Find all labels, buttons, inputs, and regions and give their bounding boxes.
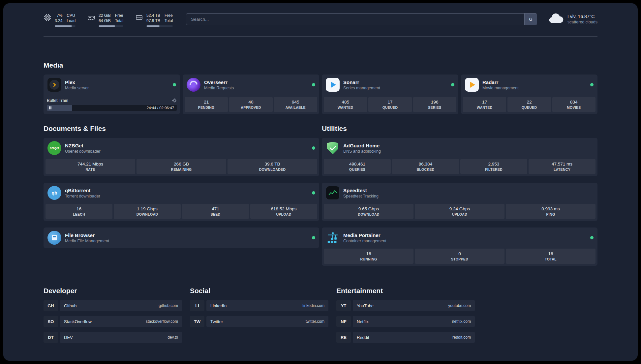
cpu-widget: 7% 3.24 CPU Load [44, 13, 76, 27]
stat-tile: 9.24 Gbps UPLOAD [415, 204, 504, 219]
stat-value: 47.571 ms [552, 162, 572, 167]
stat-value: 9.65 Gbps [358, 206, 379, 211]
plex-icon [47, 78, 61, 92]
bookmark-name: LinkedIn [210, 303, 227, 308]
search-input[interactable] [186, 14, 524, 25]
portainer-crane-icon [326, 231, 340, 245]
service-card-nzbget[interactable]: nzbget NZBGet Usenet downloader 744.21 M… [44, 138, 319, 176]
bookmark-url: reddit.com [452, 335, 471, 340]
status-dot [312, 236, 315, 239]
service-card-speedtest[interactable]: Speedtest Speedtest Tracking 9.65 Gbps D… [322, 183, 597, 221]
player-time: 24:44 / 02:06:47 [147, 106, 174, 110]
stat-tile: 16 LEECH [46, 204, 112, 219]
stat-value: 22 [527, 100, 532, 105]
stat-tile: 17 QUEUED [368, 97, 412, 112]
stat-label: WANTED [477, 106, 492, 109]
status-dot [451, 83, 454, 86]
stat-label: DOWNLOAD [358, 212, 379, 216]
disk-progress-fill [146, 25, 160, 27]
service-card-adguard[interactable]: AdGuard Home DNS and adblocking 498,461 … [322, 138, 597, 176]
bookmark-url: linkedin.com [302, 303, 324, 308]
service-subtitle: Media server [65, 86, 89, 90]
service-name: NZBGet [65, 143, 101, 148]
service-card-qbittorrent[interactable]: qb qBittorrent Torrent downloader 16 LEE… [44, 183, 319, 221]
ram-free-value: 22 GiB [99, 13, 111, 18]
stat-label: FILTERED [485, 167, 503, 171]
service-name: AdGuard Home [343, 143, 381, 148]
stat-label: DOWNLOAD [137, 212, 158, 216]
stat-tile: 618.52 Mbps UPLOAD [250, 204, 317, 219]
ram-progress-track [99, 25, 123, 27]
speedtest-icon [326, 186, 340, 200]
service-card-filebrowser[interactable]: File Browser Media File Management [44, 228, 319, 248]
bookmark-abbr: DT [44, 332, 58, 343]
service-card-overseerr[interactable]: Overseerr Media Requests 21 PENDING 40 A… [183, 75, 319, 114]
cpu-load-value: 3.24 [55, 18, 62, 23]
stat-label: LEECH [73, 212, 85, 216]
stat-label: MOVIES [567, 106, 581, 109]
ram-total-label: Total [115, 18, 123, 23]
bookmark-url: stackoverflow.com [146, 319, 178, 324]
service-card-plex[interactable]: Plex Media server Bullet Train [44, 75, 180, 114]
adguard-shield-icon [326, 141, 340, 155]
bookmark-youtube[interactable]: YT YouTube youtube.com [336, 300, 475, 311]
stat-tile: 744.21 Mbps RATE [46, 159, 135, 174]
stat-value: 16 [366, 251, 371, 256]
bookmark-url: github.com [159, 303, 178, 308]
stat-value: 39.6 TB [264, 162, 280, 167]
stat-value: 1.19 Gbps [137, 206, 157, 211]
bookmark-reddit[interactable]: RE Reddit reddit.com [336, 332, 475, 343]
stat-value: 0.993 ms [541, 206, 560, 211]
top-bar: 7% 3.24 CPU Load [44, 3, 597, 27]
developer-group-title: Developer [44, 287, 182, 295]
cpu-progress-fill [55, 25, 72, 27]
stat-label: REMAINING [171, 167, 192, 171]
status-dot [590, 83, 594, 86]
section-media: Media Plex Media server [44, 61, 597, 114]
cpu-label: CPU [67, 13, 76, 18]
stat-label: STOPPED [451, 257, 468, 261]
bookmark-name: Reddit [357, 335, 369, 340]
stat-value: 2,953 [488, 162, 500, 167]
service-card-radarr[interactable]: Radarr Movie management 17 WANTED 22 QUE… [461, 75, 597, 114]
player-progress-bar[interactable]: 24:44 / 02:06:47 [47, 105, 177, 111]
stat-tile: 86,384 BLOCKED [392, 159, 459, 174]
bookmark-dev[interactable]: DT DEV dev.to [44, 332, 182, 343]
stat-tile: 0.993 ms PING [506, 204, 595, 219]
bookmark-name: YouTube [357, 303, 374, 308]
disk-widget: 52.4 TB 97.9 TB Free Total [135, 13, 173, 27]
bookmark-stackoverflow[interactable]: SO StackOverflow stackoverflow.com [44, 316, 182, 327]
bookmark-url: dev.to [168, 335, 178, 340]
stat-label: RUNNING [360, 257, 377, 261]
now-playing-title: Bullet Train [47, 98, 68, 103]
bookmark-name: Github [64, 303, 76, 308]
stat-label: QUEUED [382, 106, 398, 109]
stat-label: WANTED [338, 106, 353, 109]
stat-label: PENDING [198, 106, 215, 109]
service-subtitle: Media File Management [65, 239, 109, 243]
stat-tile: 9.65 Gbps DOWNLOAD [324, 204, 413, 219]
stat-value: 618.52 Mbps [271, 206, 296, 211]
settings-gear-icon[interactable] [172, 98, 177, 103]
entertainment-group-title: Entertainment [336, 287, 475, 295]
service-subtitle: Container management [343, 239, 386, 243]
service-card-portainer[interactable]: Media Portainer Container management 16 … [322, 228, 597, 266]
stat-value: 16 [548, 251, 553, 256]
service-name: Plex [65, 79, 89, 85]
disk-free-label: Free [165, 13, 173, 18]
pause-icon[interactable] [49, 106, 51, 109]
bookmark-twitter[interactable]: TW Twitter twitter.com [190, 316, 328, 327]
weather-widget[interactable]: Lviv, 16.87°C scattered clouds [548, 13, 597, 25]
bookmark-netflix[interactable]: NF Netflix netflix.com [336, 316, 475, 327]
overseerr-icon [187, 78, 200, 92]
status-dot [312, 191, 315, 195]
service-subtitle: Usenet downloader [65, 149, 101, 154]
stat-label: RATE [85, 167, 95, 171]
service-card-sonarr[interactable]: Sonarr Series management 485 WANTED 17 Q… [322, 75, 458, 114]
disk-progress-track [146, 25, 173, 27]
bookmark-github[interactable]: GH Github github.com [44, 300, 182, 311]
bookmark-linkedin[interactable]: LI LinkedIn linkedin.com [190, 300, 328, 311]
stat-tile: 834 MOVIES [552, 97, 595, 112]
service-name: Radarr [482, 79, 519, 85]
search-provider-button[interactable]: G [524, 14, 537, 25]
